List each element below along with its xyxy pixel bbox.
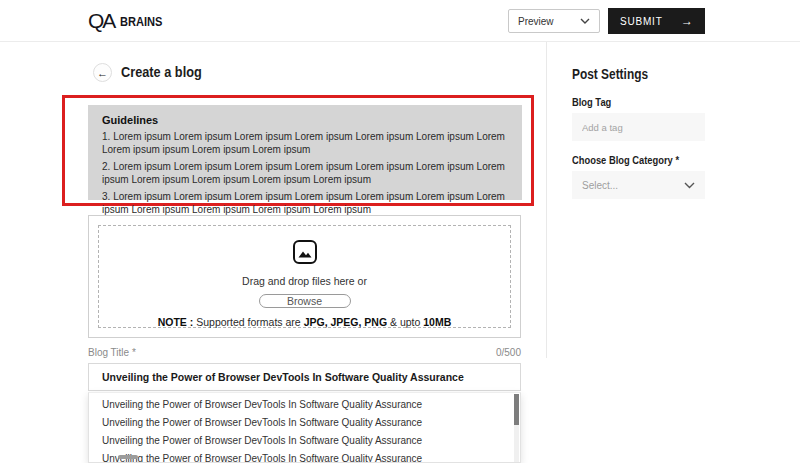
guideline-item: 1. Lorem ipsum Lorem ipsum Lorem ipsum L… [102, 131, 509, 156]
guidelines-title: Guidelines [102, 114, 509, 126]
logo-brains-text: BRAINS [120, 14, 162, 29]
blog-title-input[interactable] [88, 363, 521, 391]
guideline-text: Lorem ipsum Lorem ipsum Lorem ipsum Lore… [102, 161, 505, 185]
title-suggestions-list: Unveiling the Power of Browser DevTools … [88, 392, 521, 463]
arrow-right-icon: → [681, 14, 693, 28]
browse-button[interactable]: Browse [259, 294, 351, 308]
guideline-text: Lorem ipsum Lorem ipsum Lorem ipsum Lore… [102, 131, 505, 155]
list-scroll-indicator [118, 455, 138, 459]
category-label: Choose Blog Category * [572, 154, 679, 166]
guideline-number: 1. [102, 131, 110, 142]
upload-note: NOTE : Supported formats are JPG, JPEG, … [158, 316, 452, 328]
suggestion-item[interactable]: Unveiling the Power of Browser DevTools … [89, 414, 520, 432]
blog-title-label: Blog Title * [88, 347, 136, 358]
arrow-left-icon: ← [97, 67, 108, 79]
note-body: Supported formats are [196, 316, 300, 328]
note-amp: & upto [390, 316, 420, 328]
logo-qa-text: QA [88, 9, 114, 33]
submit-label: SUBMIT [620, 16, 663, 27]
image-icon [292, 239, 318, 269]
scrollbar-thumb[interactable] [514, 394, 519, 425]
back-button[interactable]: ← [93, 63, 112, 82]
note-formats: JPG, JPEG, PNG [304, 316, 387, 328]
section-divider [546, 42, 547, 358]
chevron-down-icon [684, 182, 695, 189]
guideline-number: 3. [102, 191, 110, 202]
drag-drop-text: Drag and drop files here or [242, 275, 367, 287]
category-select[interactable]: Select... [572, 171, 705, 199]
preview-select-value: Preview [518, 16, 554, 27]
upload-dropzone[interactable]: Drag and drop files here or Browse NOTE … [98, 225, 511, 328]
preview-select[interactable]: Preview [508, 9, 600, 33]
page-title: Create a blog [121, 63, 202, 80]
upload-section: Drag and drop files here or Browse NOTE … [88, 215, 521, 338]
guideline-item: 2. Lorem ipsum Lorem ipsum Lorem ipsum L… [102, 161, 509, 186]
create-blog-page: QA BRAINS Preview SUBMIT → ← Create a bl… [0, 0, 800, 463]
guideline-number: 2. [102, 161, 110, 172]
blog-tag-label: Blog Tag [572, 96, 611, 108]
blog-title-label-row: Blog Title * 0/500 [88, 347, 521, 358]
category-select-value: Select... [582, 180, 618, 191]
qa-brains-logo: QA BRAINS [88, 9, 172, 33]
suggestion-item[interactable]: Unveiling the Power of Browser DevTools … [89, 432, 520, 450]
suggestion-item[interactable]: Unveiling the Power of Browser DevTools … [89, 396, 520, 414]
submit-button[interactable]: SUBMIT → [608, 8, 705, 34]
char-counter: 0/500 [496, 347, 521, 358]
guidelines-panel: Guidelines 1. Lorem ipsum Lorem ipsum Lo… [88, 105, 522, 200]
guideline-text: Lorem ipsum Lorem ipsum Lorem ipsum Lore… [102, 191, 505, 215]
scrollbar-track[interactable] [514, 394, 519, 463]
top-header: QA BRAINS Preview SUBMIT → [0, 0, 800, 42]
guideline-item: 3. Lorem ipsum Lorem ipsum Lorem ipsum L… [102, 191, 509, 216]
blog-tag-input[interactable] [572, 113, 705, 141]
note-size: 10MB [423, 316, 451, 328]
note-prefix: NOTE : [158, 316, 194, 328]
suggestion-item[interactable]: Unveiling the Power of Browser DevTools … [89, 450, 520, 463]
post-settings-title: Post Settings [572, 66, 648, 82]
chevron-down-icon [580, 18, 590, 24]
